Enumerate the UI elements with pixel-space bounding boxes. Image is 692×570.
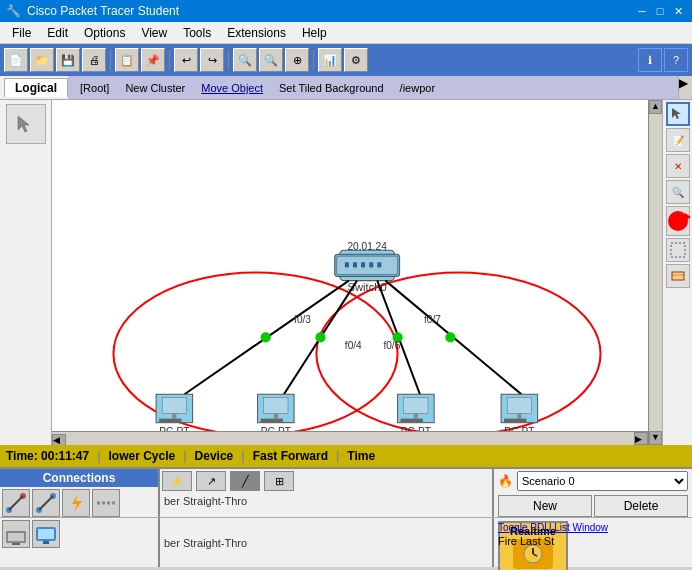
conn-icon-1[interactable] xyxy=(2,489,30,517)
toolbar-sep4 xyxy=(313,50,314,70)
status-time: Time xyxy=(347,449,375,463)
svg-rect-69 xyxy=(8,533,24,541)
viewport-btn[interactable]: /iewpor xyxy=(392,80,443,96)
new-delete-row: New Delete xyxy=(494,493,692,519)
svg-point-1 xyxy=(316,273,600,435)
maximize-button[interactable]: □ xyxy=(652,3,668,19)
menu-help[interactable]: Help xyxy=(294,24,335,42)
set-background-btn[interactable]: Set Tiled Background xyxy=(271,80,392,96)
delete-btn[interactable]: ✕ xyxy=(666,154,690,178)
toolbar-custom2[interactable]: ⚙ xyxy=(344,48,368,72)
toolbar: 📄 📁 💾 🖨 📋 📌 ↩ ↪ 🔍 🔍 ⊕ 📊 ⚙ ℹ ? xyxy=(0,44,692,76)
svg-rect-32 xyxy=(264,397,288,413)
menu-edit[interactable]: Edit xyxy=(39,24,76,42)
bottom-row1: Connections xyxy=(0,469,692,517)
menu-options[interactable]: Options xyxy=(76,24,133,42)
dev-icon-1[interactable] xyxy=(2,520,30,548)
conn-icon-lightning[interactable] xyxy=(62,489,90,517)
pdu-btn[interactable] xyxy=(666,264,690,288)
breadcrumb-root[interactable]: [Root] xyxy=(72,80,117,96)
main-area: 20.01.24 Switch0 f0/3 f0/4 f0/6 f0/7 xyxy=(0,100,692,445)
svg-rect-46 xyxy=(507,397,531,413)
toolbar-custom1[interactable]: 📊 xyxy=(318,48,342,72)
svg-rect-34 xyxy=(261,419,283,423)
scenario-select[interactable]: Scenario 0 xyxy=(517,471,688,491)
dashed-btn[interactable] xyxy=(666,238,690,262)
fire-last-label: Fire Last St xyxy=(498,535,688,547)
minimize-button[interactable]: ─ xyxy=(634,3,650,19)
dev-icon-2[interactable] xyxy=(32,520,60,548)
logical-tab[interactable]: Logical xyxy=(4,78,68,97)
inspect-btn[interactable]: 🔍 xyxy=(666,180,690,204)
right-sidebar: 📝 ✕ 🔍 xyxy=(662,100,692,445)
bottom-right2: Toggle PDU List Window Fire Last St xyxy=(492,518,692,567)
toolbar-save[interactable]: 💾 xyxy=(56,48,80,72)
bottom-middle: ⚡ ↗ ╱ ⊞ ber Straight-Thro xyxy=(160,469,492,517)
canvas-area[interactable]: 20.01.24 Switch0 f0/3 f0/4 f0/6 f0/7 xyxy=(52,100,662,445)
time-display: Time: 00:11:47 xyxy=(6,449,89,463)
toolbar-redo[interactable]: ↪ xyxy=(200,48,224,72)
tool-btn-4[interactable]: ⊞ xyxy=(264,471,294,491)
toggle-pdu-btn[interactable]: Toggle PDU List Window xyxy=(498,522,688,533)
menu-tools[interactable]: Tools xyxy=(175,24,219,42)
bottom-panel: Connections xyxy=(0,467,692,567)
toolbar-info[interactable]: ℹ xyxy=(638,48,662,72)
toolbar-help[interactable]: ? xyxy=(664,48,688,72)
bottom-row2: ber Straight-Thro Toggle PDU List Window… xyxy=(0,517,692,567)
svg-rect-73 xyxy=(43,541,49,544)
tool-btn-1[interactable]: ⚡ xyxy=(162,471,192,491)
delete-button[interactable]: Delete xyxy=(594,495,688,517)
tool-btn-2[interactable]: ↗ xyxy=(196,471,226,491)
toolbar-copy[interactable]: 📋 xyxy=(115,48,139,72)
toolbar-zoom-reset[interactable]: ⊕ xyxy=(285,48,309,72)
menu-bar: File Edit Options View Tools Extensions … xyxy=(0,22,692,44)
svg-rect-54 xyxy=(671,243,685,257)
connections-tab[interactable]: Connections xyxy=(0,469,158,487)
tool-btn-3[interactable]: ╱ xyxy=(230,471,260,491)
new-cluster-btn[interactable]: New Cluster xyxy=(117,80,193,96)
svg-rect-7 xyxy=(361,262,365,267)
note-btn[interactable]: 📝 xyxy=(666,128,690,152)
device-icons xyxy=(0,518,158,550)
menu-extensions[interactable]: Extensions xyxy=(219,24,294,42)
toolbar-print[interactable]: 🖨 xyxy=(82,48,106,72)
menu-file[interactable]: File xyxy=(4,24,39,42)
select-tool[interactable] xyxy=(6,104,46,144)
toolbar-paste[interactable]: 📌 xyxy=(141,48,165,72)
connections-section: Connections xyxy=(0,469,160,517)
scrollbar-horizontal[interactable]: ◀ ▶ xyxy=(52,431,648,445)
toolbar-open[interactable]: 📁 xyxy=(30,48,54,72)
device-section xyxy=(0,518,160,567)
toolbar-undo[interactable]: ↩ xyxy=(174,48,198,72)
svg-rect-6 xyxy=(353,262,357,267)
conn-icon-2[interactable] xyxy=(32,489,60,517)
svg-rect-48 xyxy=(504,419,526,423)
toolbar-new[interactable]: 📄 xyxy=(4,48,28,72)
resize-btn[interactable] xyxy=(666,206,690,236)
conn-icon-cable[interactable] xyxy=(92,489,120,517)
menu-view[interactable]: View xyxy=(133,24,175,42)
scroll-right[interactable]: ▶ xyxy=(678,76,692,99)
svg-text:f0/3: f0/3 xyxy=(294,314,311,325)
toolbar-sep1 xyxy=(110,50,111,70)
toolbar-zoom-out[interactable]: 🔍 xyxy=(259,48,283,72)
logical-bar: Logical [Root] New Cluster Move Object S… xyxy=(0,76,692,100)
svg-rect-26 xyxy=(172,414,176,419)
status-fast-forward: Fast Forward xyxy=(253,449,328,463)
logical-bar-items: [Root] New Cluster Move Object Set Tiled… xyxy=(68,76,678,99)
svg-text:20.01.24: 20.01.24 xyxy=(347,241,387,252)
svg-rect-41 xyxy=(401,419,423,423)
new-button[interactable]: New xyxy=(498,495,592,517)
svg-rect-39 xyxy=(404,397,428,413)
cable-type-label: ber Straight-Thro xyxy=(164,537,247,549)
network-diagram: 20.01.24 Switch0 f0/3 f0/4 f0/6 f0/7 xyxy=(52,100,662,445)
status-bar: Time: 00:11:47 | lower Cycle | Device | … xyxy=(0,445,692,467)
scrollbar-vertical[interactable]: ▲ ▼ xyxy=(648,100,662,445)
toolbar-zoom-in[interactable]: 🔍 xyxy=(233,48,257,72)
select-btn[interactable] xyxy=(666,102,690,126)
connections-icons xyxy=(0,487,158,519)
cable-label: ber Straight-Thro xyxy=(160,493,492,509)
close-button[interactable]: ✕ xyxy=(670,3,686,19)
move-object-btn[interactable]: Move Object xyxy=(193,80,271,96)
title-bar: 🔧 Cisco Packet Tracer Student ─ □ ✕ xyxy=(0,0,692,22)
